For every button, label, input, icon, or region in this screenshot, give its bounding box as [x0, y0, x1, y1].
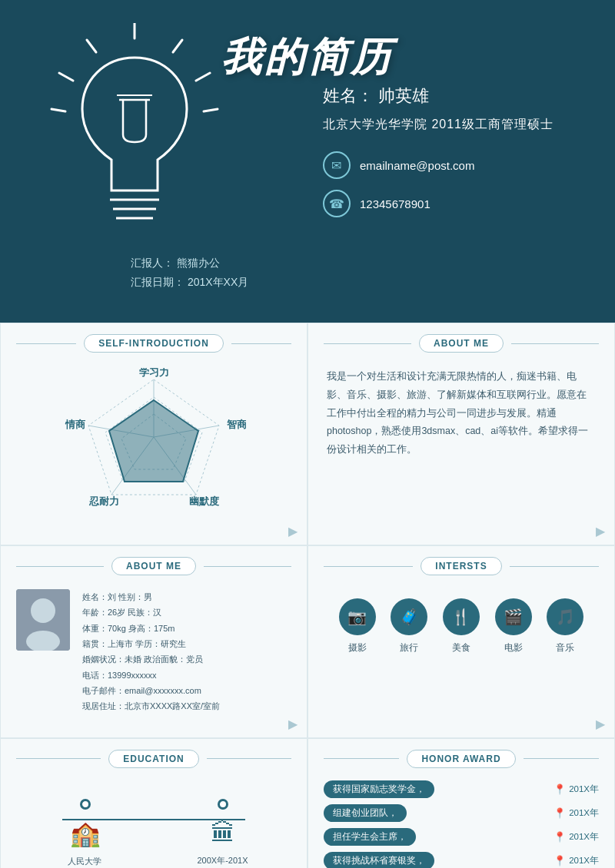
honor-item-2: 组建创业团队， 📍 201X年 — [324, 804, 599, 822]
panel-arrow-about: ▶ — [596, 524, 605, 538]
pin-icon-2: 📍 — [554, 807, 566, 819]
svg-text:忍耐力: 忍耐力 — [88, 495, 119, 507]
personal-body: 姓名：刘 性别：男 年龄：26岁 民族：汉 体重：70kg 身高：175m 籍贯… — [1, 583, 307, 722]
self-intro-panel: SELF-INTRODUCTION — [0, 323, 308, 545]
panel-header-honor: HONOR AWARD — [308, 739, 614, 776]
panel-arrow-personal: ▶ — [288, 717, 298, 731]
edu-info-2: 200X年-201X 北京大学 经济学硕士 — [197, 853, 248, 868]
panel-arrow-interests: ▶ — [596, 717, 605, 731]
hero-name: 姓名： 帅英雄 — [323, 84, 554, 108]
panel-header-interests: INTERSTS — [308, 546, 614, 583]
bulb-illustration — [46, 23, 223, 269]
svg-text:智商: 智商 — [226, 419, 246, 430]
radar-chart-area: 学习力 智商 幽默度 忍耐力 情商 — [62, 368, 246, 522]
header-line-left-5 — [16, 758, 101, 759]
interest-music: 🎵 音乐 — [547, 598, 583, 654]
svg-text:学习力: 学习力 — [139, 368, 169, 378]
svg-text:幽默度: 幽默度 — [189, 495, 220, 507]
header-line-right-2 — [511, 343, 599, 344]
personal-title: ABOUT ME — [111, 557, 196, 575]
honor-date-3: 📍 201X年 — [554, 831, 599, 843]
header-line-right-4 — [510, 566, 599, 567]
svg-line-1 — [87, 40, 96, 52]
about-me-text: 我是一个对生活和设计充满无限热情的人，痴迷书籍、电影、音乐、摄影、旅游、了解新媒… — [308, 360, 614, 467]
education-title: EDUCATION — [108, 750, 198, 768]
reporter-info: 汇报人： 熊猫办公 汇报日期： 201X年XX月 — [131, 253, 248, 292]
hero-email-row: ✉ emailname@post.com — [323, 151, 554, 179]
honor-item-1: 获得国家励志奖学金， 📍 201X年 — [324, 780, 599, 798]
movie-icon: 🎬 — [495, 598, 532, 635]
header-line-right-3 — [204, 566, 291, 567]
pin-icon-1: 📍 — [554, 784, 566, 795]
edu-info-1: 人民大学 200X年-200X年 管理学学士 — [55, 854, 115, 868]
hero-phone-row: ☎ 12345678901 — [323, 190, 554, 217]
info-row-6: 电话：13999xxxxxx — [82, 668, 291, 683]
self-intro-title: SELF-INTRODUCTION — [84, 334, 224, 353]
timeline-line — [62, 819, 245, 820]
music-icon: 🎵 — [547, 598, 583, 635]
edu-timeline: 🏫 人民大学 200X年-200X年 管理学学士 🏛 200X年-201X 北京… — [1, 791, 307, 868]
svg-point-27 — [31, 598, 55, 623]
personal-details: 姓名：刘 性别：男 年龄：26岁 民族：汉 体重：70kg 身高：175m 籍贯… — [82, 589, 291, 714]
content-grid: SELF-INTRODUCTION — [0, 323, 615, 868]
school-icon-1: 🏫 — [70, 819, 101, 848]
edu-dot-2 — [218, 799, 228, 810]
honor-item-3: 担任学生会主席， 📍 201X年 — [324, 828, 599, 846]
reporter-line: 汇报人： 熊猫办公 — [131, 253, 248, 273]
music-label: 音乐 — [556, 641, 574, 654]
about-me-panel: ABOUT ME 我是一个对生活和设计充满无限热情的人，痴迷书籍、电影、音乐、摄… — [308, 323, 615, 545]
honor-badge-2: 组建创业团队， — [324, 804, 407, 822]
header-line-right — [231, 343, 291, 344]
svg-line-4 — [196, 73, 210, 81]
header-line-left-6 — [324, 758, 399, 759]
hero-section: 我的简历 姓名： 帅英雄 北京大学光华学院 2011级工商管理硕士 ✉ emai… — [0, 0, 615, 323]
pin-icon-4: 📍 — [554, 855, 566, 866]
info-row-8: 现居住址：北京市XXXX路XX室/室前 — [82, 698, 291, 714]
page-title: 我的简历 — [221, 31, 394, 84]
info-row-4: 籍贯：上海市 学历：研究生 — [82, 636, 291, 651]
header-line-left — [16, 343, 76, 344]
travel-icon: 🧳 — [391, 598, 427, 635]
panel-header-intro: SELF-INTRODUCTION — [1, 323, 307, 360]
radar-container: 学习力 智商 幽默度 忍耐力 情商 — [1, 360, 307, 529]
honor-item-4: 获得挑战杯省赛银奖， 📍 201X年 — [324, 852, 599, 868]
movie-label: 电影 — [504, 641, 523, 654]
personal-info-panel: ABOUT ME 姓名：刘 性别：男 年龄：26岁 民族：汉 体重：70kg 身… — [0, 545, 308, 738]
school-icon-2: 🏛 — [211, 819, 235, 847]
honor-date-1: 📍 201X年 — [554, 784, 599, 795]
header-line-left-4 — [324, 566, 413, 567]
info-row-3: 体重：70kg 身高：175m — [82, 621, 291, 636]
education-panel: EDUCATION 🏫 人民大学 200X年-200X年 管理学学士 🏛 200… — [0, 738, 308, 868]
svg-line-5 — [52, 109, 65, 111]
svg-line-2 — [59, 73, 73, 81]
edu-item-1: 🏫 人民大学 200X年-200X年 管理学学士 — [16, 799, 154, 868]
honor-panel: HONOR AWARD 获得国家励志奖学金， 📍 201X年 组建创业团队， 📍… — [308, 738, 615, 868]
info-row-2: 年龄：26岁 民族：汉 — [82, 605, 291, 620]
edu-item-2: 🏛 200X年-201X 北京大学 经济学硕士 — [154, 799, 291, 868]
interests-title: INTERSTS — [421, 557, 501, 575]
honor-title: HONOR AWARD — [407, 750, 515, 768]
panel-header-about: ABOUT ME — [308, 323, 614, 360]
interest-movie: 🎬 电影 — [495, 598, 532, 654]
info-row-7: 电子邮件：email@xxxxxxx.com — [82, 683, 291, 698]
svg-line-6 — [204, 109, 218, 111]
header-line-right-6 — [524, 758, 599, 759]
header-line-left-2 — [324, 343, 411, 344]
panel-arrow-intro: ▶ — [288, 524, 298, 538]
hero-school: 北京大学光华学院 2011级工商管理硕士 — [323, 117, 554, 133]
about-me-title: ABOUT ME — [419, 334, 504, 353]
food-label: 美食 — [452, 641, 470, 654]
honor-badge-1: 获得国家励志奖学金， — [324, 780, 434, 798]
header-line-left-3 — [16, 566, 104, 567]
phone-icon: ☎ — [323, 190, 351, 217]
header-line-right-5 — [207, 758, 291, 759]
panel-header-personal: ABOUT ME — [1, 546, 307, 583]
honor-date-4: 📍 201X年 — [554, 855, 599, 866]
hero-info-block: 姓名： 帅英雄 北京大学光华学院 2011级工商管理硕士 ✉ emailname… — [323, 84, 554, 228]
photography-label: 摄影 — [348, 641, 367, 654]
travel-label: 旅行 — [400, 641, 418, 654]
camera-icon: 📷 — [339, 598, 376, 635]
svg-line-3 — [173, 40, 182, 52]
pin-icon-3: 📍 — [554, 831, 566, 843]
svg-text:情商: 情商 — [65, 419, 86, 430]
